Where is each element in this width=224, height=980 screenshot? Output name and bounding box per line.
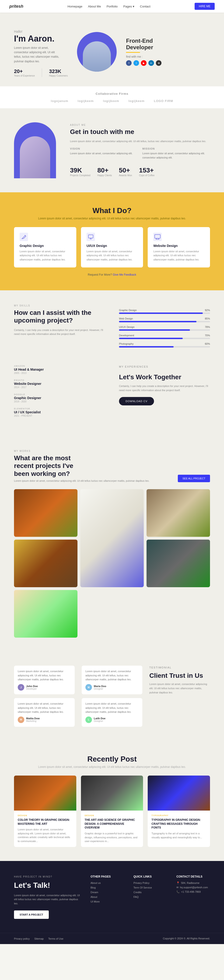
skill-4: Development 70% bbox=[119, 334, 210, 339]
title-underline bbox=[126, 52, 140, 53]
portfolio-item-6[interactable] bbox=[14, 590, 78, 638]
hero-stat-1: 20+ Years of Experience bbox=[14, 68, 35, 77]
nav-link-home[interactable]: Homepage bbox=[67, 5, 83, 8]
portfolio-item-3[interactable] bbox=[146, 489, 210, 537]
nav-link-about[interactable]: About Me bbox=[88, 5, 101, 8]
services-grid: Graphic Design Lorem ipsum dolor sit ame… bbox=[14, 227, 210, 267]
col1-link-2[interactable]: Blog bbox=[91, 886, 124, 889]
twitter-icon[interactable]: t bbox=[133, 60, 139, 66]
contact-email: ✉ hq.support@pritesh.com bbox=[176, 886, 210, 889]
brand-3: logijkeem bbox=[103, 99, 119, 103]
skill3-label: UI/UX Design 78% bbox=[119, 326, 210, 328]
footer-copyright: Copyright © 2024 ©. All Rights Reserved. bbox=[163, 937, 210, 940]
skill4-pct: 70% bbox=[205, 334, 210, 337]
feedback-link[interactable]: Give Me Feedback bbox=[113, 273, 136, 276]
hero-stat-2: 323K Happy Customers bbox=[49, 68, 68, 77]
see-all-button[interactable]: SEE ALL PROJECT bbox=[178, 475, 210, 482]
cta-title: Let's Talk! bbox=[14, 881, 81, 890]
cta-section: HAVE PROJECT IN MIND? Let's Talk! Lorem … bbox=[0, 861, 224, 933]
stat2-num: 80+ bbox=[97, 167, 112, 174]
blog-image-2 bbox=[81, 776, 143, 811]
portfolio-item-5[interactable] bbox=[146, 539, 210, 587]
blog-body-2: DESIGN THE ART AND SCIENCE OF GRAPHIC DE… bbox=[81, 811, 143, 847]
exp-label: MY EXPERIENCES bbox=[119, 365, 210, 369]
col1-link-1[interactable]: About us bbox=[91, 881, 124, 884]
whatido-section: What I Do? Lorem ipsum dolor sit amet, c… bbox=[0, 192, 224, 290]
col1-link-4[interactable]: About bbox=[91, 896, 124, 898]
brand-2: logijkeem bbox=[78, 99, 94, 103]
skill-3: UI/UX Design 78% bbox=[119, 326, 210, 331]
col2-link-3[interactable]: Credits bbox=[133, 891, 167, 894]
skill5-fill bbox=[119, 346, 173, 347]
pencil-icon bbox=[20, 233, 28, 241]
footer-sitemap[interactable]: Sitemap bbox=[34, 937, 44, 940]
skills-title: How can I assist with the upcoming proje… bbox=[14, 309, 105, 325]
company2: ENVATO bbox=[14, 379, 105, 381]
linkedin-icon[interactable]: in bbox=[148, 60, 154, 66]
svg-rect-1 bbox=[87, 233, 95, 241]
testi-title: Client Trust in Us bbox=[149, 672, 210, 679]
youtube-icon[interactable]: ▶ bbox=[141, 60, 146, 66]
service-card-2: UI/UX Design Lorem ipsum dolor sit amet,… bbox=[81, 227, 143, 267]
works-label: MY WORKS bbox=[14, 450, 210, 452]
stat4-num: 153+ bbox=[139, 167, 155, 174]
footer-terms[interactable]: Terms of Use bbox=[48, 937, 64, 940]
col2-link-4[interactable]: FAQ bbox=[133, 896, 167, 898]
nav-link-pages[interactable]: Pages ▾ bbox=[123, 5, 134, 8]
years2: 2014 - 2017 bbox=[14, 386, 105, 388]
testi3-info: Maria Doo Designer bbox=[94, 685, 106, 690]
hire-me-button[interactable]: HIRE ME bbox=[195, 3, 214, 10]
download-cv-button[interactable]: DOWNLOAD CV bbox=[119, 397, 154, 406]
about-person-shape bbox=[14, 122, 56, 178]
portfolio-item-4[interactable] bbox=[14, 539, 78, 587]
col2-link-1[interactable]: Privacy Policy bbox=[133, 881, 167, 884]
vision-label: VISION bbox=[70, 147, 138, 150]
portfolio-item-2[interactable] bbox=[80, 489, 144, 587]
portfolio-grid bbox=[14, 489, 210, 638]
phone-icon: 📞 bbox=[176, 890, 180, 893]
hero-avatar bbox=[77, 32, 117, 72]
col1-link-3[interactable]: Dream bbox=[91, 891, 124, 894]
brand-4: logijkeem bbox=[129, 99, 145, 103]
blog-card-3[interactable]: TYPOGRAPHY TYPOGRAPHY IN GRAPHIC DESIGN:… bbox=[148, 776, 210, 847]
facebook-icon[interactable]: f bbox=[126, 60, 132, 66]
portfolio-item-1[interactable] bbox=[14, 489, 78, 537]
skill2-fill bbox=[119, 321, 197, 322]
contact-addr: 📍 584, Radbourne bbox=[176, 881, 210, 885]
social-icons: f t ▶ in ⊕ bbox=[126, 60, 210, 66]
hero-text: Hallo! I'm Aaron. Lorem ipsum dolor sit … bbox=[14, 27, 68, 77]
blog-tag-2: DESIGN bbox=[85, 814, 140, 817]
skill3-fill bbox=[119, 329, 190, 331]
portfolio-image-2 bbox=[80, 489, 144, 587]
blog-card-2[interactable]: DESIGN THE ART AND SCIENCE OF GRAPHIC DE… bbox=[81, 776, 143, 847]
testi4-avatar: L bbox=[86, 716, 92, 723]
about-content: ABOUT ME Get in touch with me Lorem ipsu… bbox=[70, 124, 210, 177]
whatido-subtitle: Lorem ipsum dolor sit amet, consectetur … bbox=[14, 217, 210, 220]
testi-card-2: Lorem ipsum dolor sit amet, consectetur … bbox=[14, 698, 75, 727]
blog-section: Recently Post Lorem ipsum dolor sit amet… bbox=[0, 741, 224, 861]
hero-greeting: Hallo! bbox=[14, 29, 61, 34]
service-card-3: Website Design Lorem ipsum dolor sit ame… bbox=[148, 227, 210, 267]
testi2-name: Mattia Dow bbox=[26, 717, 40, 720]
col1-links: About us Blog Dream About UI More bbox=[91, 881, 124, 903]
nav-link-contact[interactable]: Contact bbox=[140, 5, 151, 8]
testi3-text: Lorem ipsum dolor sit amet, consectetur … bbox=[86, 669, 138, 682]
service1-desc: Lorem ipsum dolor sit amet, consectetur … bbox=[20, 250, 71, 262]
exp-title: Let's Work Together bbox=[119, 374, 210, 381]
col1-link-5[interactable]: UI More bbox=[91, 900, 124, 903]
hero-stat1-label: Years of Experience bbox=[14, 75, 35, 77]
skills-left: How can I assist with the upcoming proje… bbox=[14, 309, 105, 351]
col2-link-2[interactable]: Term Of Service bbox=[133, 886, 167, 889]
blog-card-1[interactable]: DESIGN COLOR THEORY IN GRAPHIC DESIGN: M… bbox=[14, 776, 76, 847]
start-project-button[interactable]: START A PROJECT bbox=[14, 910, 49, 919]
skills-right: Graphic Design 92% Web Design 85% UI/U bbox=[119, 309, 210, 351]
stat2-label: Happy Clients bbox=[97, 174, 112, 177]
nav-link-portfolio[interactable]: Portfolio bbox=[106, 5, 118, 8]
portfolio-image-3 bbox=[146, 489, 210, 537]
company3: GOOGLE bbox=[14, 393, 105, 396]
footer-privacy[interactable]: Privacy policy bbox=[14, 937, 30, 940]
github-icon[interactable]: ⊕ bbox=[156, 60, 162, 66]
company1: AMAZON bbox=[14, 365, 105, 367]
works-title: What are the most recent projects I've b… bbox=[14, 454, 89, 478]
nav-logo: pritesh bbox=[10, 4, 23, 9]
